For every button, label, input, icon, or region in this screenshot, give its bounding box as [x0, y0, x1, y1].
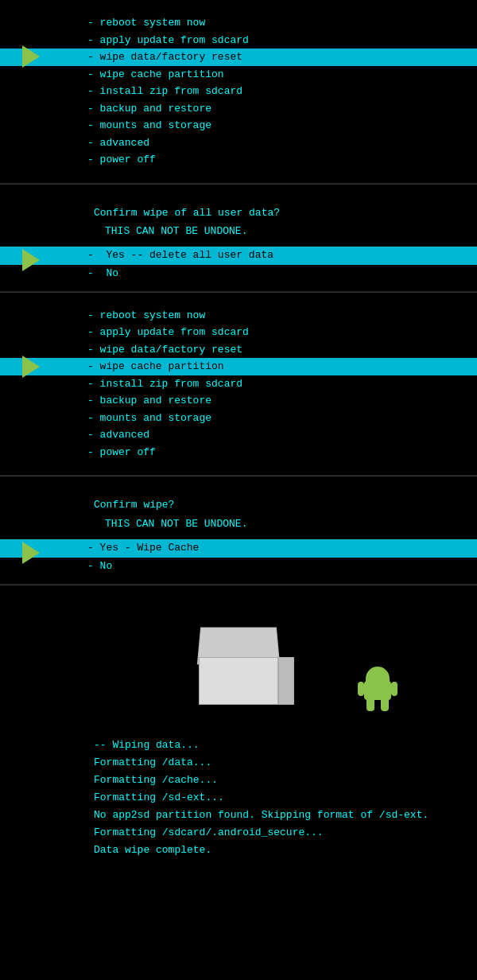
confirm1-warning: THIS CAN NOT BE UNDONE.: [94, 222, 477, 240]
menu-row[interactable]: - install zip from sdcard: [0, 83, 477, 100]
menu-item[interactable]: - wipe data/factory reset: [0, 49, 477, 66]
menu-item[interactable]: - backup and restore: [0, 392, 477, 410]
confirm2-warning: THIS CAN NOT BE UNDONE.: [94, 515, 477, 533]
box-front: [199, 657, 278, 705]
menu-item[interactable]: - install zip from sdcard: [0, 375, 477, 393]
menu-item[interactable]: - wipe data/factory reset: [0, 341, 477, 359]
menu-row[interactable]: - reboot system now: [0, 14, 477, 32]
menu-row[interactable]: - install zip from sdcard: [0, 375, 477, 393]
confirm-option-row[interactable]: - Yes - Wipe Cache: [0, 539, 477, 558]
android-leg-right: [381, 698, 389, 711]
menu-row[interactable]: - reboot system now: [0, 307, 477, 325]
confirm1-options: - Yes -- delete all user data- No: [0, 247, 477, 283]
menu-item[interactable]: - install zip from sdcard: [0, 83, 477, 100]
log-line: Formatting /cache...: [94, 772, 477, 789]
log-line: Formatting /data...: [94, 754, 477, 772]
menu-row[interactable]: - mounts and storage: [0, 117, 477, 134]
log-line: No app2sd partition found. Skipping form…: [94, 807, 477, 824]
android-graphic-area: [0, 585, 477, 729]
menu-item[interactable]: - wipe cache partition: [0, 358, 477, 375]
menu-row[interactable]: - power off: [0, 444, 477, 461]
log-area: -- Wiping data...Formatting /data...Form…: [0, 729, 477, 868]
confirm2-text: Confirm wipe? THIS CAN NOT BE UNDONE.: [0, 484, 477, 536]
menu-row[interactable]: - apply update from sdcard: [0, 324, 477, 341]
confirm-option[interactable]: - No: [0, 265, 477, 283]
menu-row[interactable]: - mounts and storage: [0, 410, 477, 427]
menu-item[interactable]: - mounts and storage: [0, 117, 477, 134]
menu-item[interactable]: - backup and restore: [0, 100, 477, 118]
menu-row[interactable]: - advanced: [0, 134, 477, 152]
confirm2-title: Confirm wipe?: [94, 496, 477, 514]
log-line: Formatting /sd-ext...: [94, 789, 477, 807]
menu-row[interactable]: - power off: [0, 151, 477, 169]
confirm-option[interactable]: - No: [0, 558, 477, 576]
confirm-option[interactable]: - Yes -- delete all user data: [0, 247, 477, 265]
confirm1-title: Confirm wipe of all user data?: [94, 204, 477, 222]
android-figure: [358, 667, 398, 714]
log-line: Formatting /sdcard/.android_secure...: [94, 824, 477, 842]
box-side: [278, 657, 294, 705]
menu-item[interactable]: - wipe cache partition: [0, 66, 477, 84]
screen2-menu: - reboot system now- apply update from s…: [0, 301, 477, 468]
confirm-option-row[interactable]: - No: [0, 558, 477, 576]
selection-arrow: [22, 45, 40, 68]
menu-item[interactable]: - power off: [0, 444, 477, 461]
menu-item[interactable]: - mounts and storage: [0, 410, 477, 427]
confirm2-options: - Yes - Wipe Cache- No: [0, 539, 477, 576]
menu-row[interactable]: - wipe cache partition: [0, 66, 477, 84]
android-body: [364, 681, 391, 700]
menu-item[interactable]: - power off: [0, 151, 477, 169]
confirm2-section: Confirm wipe? THIS CAN NOT BE UNDONE. - …: [0, 476, 477, 584]
android-head: [366, 667, 390, 682]
menu-row[interactable]: - wipe data/factory reset: [0, 341, 477, 359]
menu-item[interactable]: - apply update from sdcard: [0, 32, 477, 49]
log-line: Data wipe complete.: [94, 842, 477, 859]
menu-item[interactable]: - reboot system now: [0, 307, 477, 325]
menu-row[interactable]: - advanced: [0, 426, 477, 444]
confirm1-text: Confirm wipe of all user data? THIS CAN …: [0, 192, 477, 244]
menu-row[interactable]: - apply update from sdcard: [0, 32, 477, 49]
screen1-menu: - reboot system now- apply update from s…: [0, 8, 477, 175]
menu-item[interactable]: - advanced: [0, 134, 477, 152]
selection-arrow: [22, 356, 40, 378]
menu-row[interactable]: - backup and restore: [0, 100, 477, 118]
menu-item[interactable]: - advanced: [0, 426, 477, 444]
menu-row[interactable]: - wipe data/factory reset: [0, 49, 477, 66]
confirm-option-row[interactable]: - No: [0, 265, 477, 283]
open-box: [191, 625, 286, 705]
android-arm-right: [391, 682, 398, 696]
confirm-option-row[interactable]: - Yes -- delete all user data: [0, 247, 477, 265]
log-line: -- Wiping data...: [94, 737, 477, 754]
confirm1-section: Confirm wipe of all user data? THIS CAN …: [0, 185, 477, 292]
menu-item[interactable]: - reboot system now: [0, 14, 477, 32]
android-arm-left: [358, 682, 364, 696]
menu-row[interactable]: - wipe cache partition: [0, 358, 477, 375]
confirm-option[interactable]: - Yes - Wipe Cache: [0, 539, 477, 558]
screen2-section: - reboot system now- apply update from s…: [0, 293, 477, 476]
menu-row[interactable]: - backup and restore: [0, 392, 477, 410]
menu-item[interactable]: - apply update from sdcard: [0, 324, 477, 341]
android-leg-left: [366, 698, 374, 711]
screen1-section: - reboot system now- apply update from s…: [0, 0, 477, 184]
